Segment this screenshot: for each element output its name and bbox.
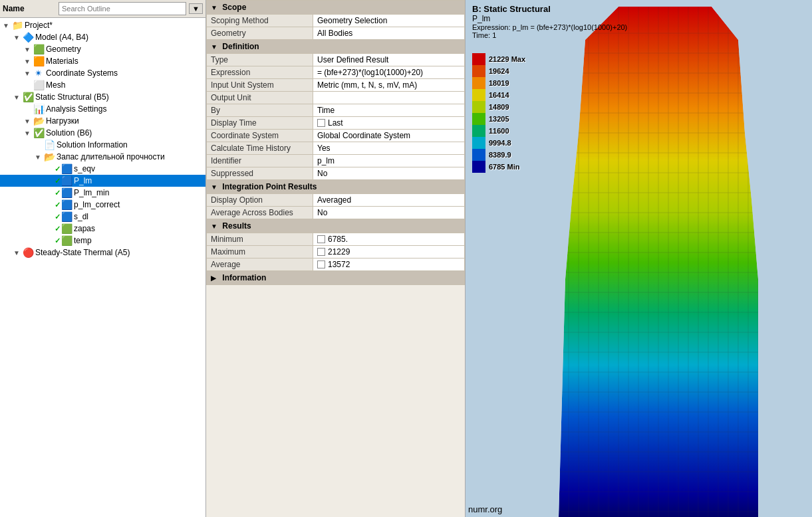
section-header-definition[interactable]: ▼ Definition (207, 40, 465, 54)
prop-value-scope-1: All Bodies (313, 27, 465, 40)
expand-btn-solution[interactable]: ▼ (24, 130, 33, 137)
tree-item-loads[interactable]: ▼📂Нагрузки (0, 115, 205, 127)
prop-label-definition-6: Coordinate System (207, 130, 313, 142)
tree-item-zapas-folder[interactable]: ▼📂Запас длительной прочности (0, 151, 205, 163)
section-toggle-results[interactable]: ▼ (211, 223, 220, 230)
legend-item-5: 13205 (472, 113, 525, 125)
tree-icon-solinfo: 📄 (44, 140, 55, 150)
prop-value-integration-1: No (313, 207, 465, 219)
tree-icon-p_lm: 🟦 (61, 175, 72, 186)
prop-label-definition-7: Calculate Time History (207, 142, 313, 155)
expand-btn-thermal[interactable]: ▼ (13, 249, 23, 257)
prop-value-results-1[interactable]: 21229 (313, 246, 465, 258)
section-toggle-information[interactable]: ▶ (211, 274, 220, 282)
search-input[interactable] (59, 2, 186, 15)
checkbox-definition-5[interactable] (317, 119, 325, 127)
legend-color-9 (472, 161, 485, 173)
tree-label-zapas: zapas (74, 224, 95, 233)
prop-label-definition-0: Type (207, 54, 313, 66)
checkbox-results-2[interactable] (317, 260, 325, 268)
section-label-integration: Integration Point Results (222, 182, 317, 191)
section-toggle-scope[interactable]: ▼ (211, 4, 220, 11)
section-header-results[interactable]: ▼ Results (207, 219, 465, 233)
legend-color-5 (472, 113, 485, 125)
tree-item-mesh[interactable]: ⬜Mesh (0, 79, 205, 91)
search-dropdown-button[interactable]: ▼ (189, 3, 203, 14)
tree-icon-zapas-folder: 📂 (44, 152, 55, 162)
expand-btn-model[interactable]: ▼ (13, 34, 23, 41)
prop-label-definition-1: Expression (207, 66, 313, 79)
tree-icon-p_lm_min: 🟦 (61, 187, 72, 198)
expand-btn-loads[interactable]: ▼ (24, 118, 33, 125)
tree-icon-coord: ✴ (33, 68, 44, 78)
prop-label-definition-4: By (207, 104, 313, 117)
vis-expression: Expression: p_lm = (bfe+273)*(log10(1000… (472, 23, 627, 31)
tree-item-project[interactable]: ▼📁Project* (0, 19, 205, 31)
section-header-information[interactable]: ▶ Information (207, 271, 465, 285)
prop-label-integration-1: Average Across Bodies (207, 207, 313, 219)
prop-value-definition-5[interactable]: Last (313, 117, 465, 130)
expand-btn-geometry[interactable]: ▼ (24, 46, 33, 53)
tree-item-analysis[interactable]: 📊Analysis Settings (0, 103, 205, 115)
tree-label-project: Project* (25, 21, 53, 30)
tree-label-solution: Solution (B6) (46, 128, 92, 138)
tree-name-label: Name (3, 4, 56, 13)
tree-icon-zapas: 🟩 (61, 223, 72, 234)
section-toggle-definition[interactable]: ▼ (211, 43, 220, 51)
tree-item-static[interactable]: ▼✅Static Structural (B5) (0, 91, 205, 103)
prop-label-definition-2: Input Unit System (207, 79, 313, 92)
expand-btn-zapas-folder[interactable]: ▼ (35, 154, 44, 161)
prop-row-results-1: Maximum21229 (207, 246, 465, 258)
tree-body: ▼📁Project*▼🔷Model (A4, B4)▼🟩Geometry▼🟧Ma… (0, 18, 205, 517)
tree-item-solinfo[interactable]: 📄Solution Information (0, 139, 205, 151)
section-header-integration[interactable]: ▼ Integration Point Results (207, 180, 465, 194)
checkbox-results-0[interactable] (317, 235, 325, 243)
tree-item-temp[interactable]: ✓🟩temp (0, 235, 205, 247)
tree-header: Name ▼ (0, 0, 205, 18)
tree-item-model[interactable]: ▼🔷Model (A4, B4) (0, 31, 205, 43)
vis-subtitle: P_lm (472, 14, 627, 23)
tree-item-p_lm_correct[interactable]: ✓🟦p_lm_correct (0, 199, 205, 211)
tree-item-p_lm_min[interactable]: ✓🟦P_lm_min (0, 187, 205, 199)
tree-item-solution[interactable]: ▼✅Solution (B6) (0, 127, 205, 139)
legend-label-9: 6785 Min (489, 161, 519, 173)
tree-item-materials[interactable]: ▼🟧Materials (0, 55, 205, 67)
tree-item-zapas[interactable]: ✓🟩zapas (0, 223, 205, 235)
tree-item-thermal[interactable]: ▼🔴Steady-State Thermal (A5) (0, 247, 205, 258)
prop-value-results-2[interactable]: 13572 (313, 258, 465, 271)
tree-item-s_dl[interactable]: ✓🟦s_dl (0, 211, 205, 223)
prop-row-definition-4: ByTime (207, 104, 465, 117)
check-icon-s_eqv: ✓ (55, 165, 61, 173)
tree-label-model: Model (A4, B4) (35, 33, 88, 42)
watermark: numr.org (468, 504, 502, 514)
legend-item-3: 16414 (472, 89, 525, 101)
tree-item-geometry[interactable]: ▼🟩Geometry (0, 43, 205, 55)
expand-btn-project[interactable]: ▼ (3, 22, 12, 29)
tree-label-thermal: Steady-State Thermal (A5) (35, 248, 130, 257)
legend-item-1: 19624 (472, 65, 525, 77)
prop-value-definition-4: Time (313, 104, 465, 117)
section-header-scope[interactable]: ▼ Scope (207, 1, 465, 15)
legend-item-2: 18019 (472, 77, 525, 89)
legend-color-2 (472, 77, 485, 89)
section-toggle-integration[interactable]: ▼ (211, 183, 220, 191)
prop-label-scope-1: Geometry (207, 27, 313, 40)
tree-item-coord[interactable]: ▼✴Coordinate Systems (0, 67, 205, 79)
expand-btn-materials[interactable]: ▼ (24, 58, 33, 65)
tree-label-temp: temp (74, 236, 92, 245)
tree-item-s_eqv[interactable]: ✓🟦s_eqv (0, 163, 205, 175)
section-label-results: Results (222, 221, 251, 231)
vis-header-overlay: B: Static Structural P_lm Expression: p_… (472, 4, 627, 39)
expand-btn-coord[interactable]: ▼ (24, 70, 33, 77)
tree-icon-model: 🔷 (23, 32, 33, 43)
prop-value-definition-3 (313, 92, 465, 104)
prop-value-results-0[interactable]: 6785. (313, 233, 465, 246)
prop-row-definition-5: Display TimeLast (207, 117, 465, 130)
legend-label-1: 19624 (489, 65, 509, 77)
check-icon-temp: ✓ (55, 237, 61, 245)
legend-color-4 (472, 101, 485, 113)
prop-value-definition-0: User Defined Result (313, 54, 465, 66)
checkbox-results-1[interactable] (317, 248, 325, 256)
tree-item-p_lm[interactable]: ✓🟦P_lm (0, 175, 205, 187)
expand-btn-static[interactable]: ▼ (13, 94, 23, 101)
